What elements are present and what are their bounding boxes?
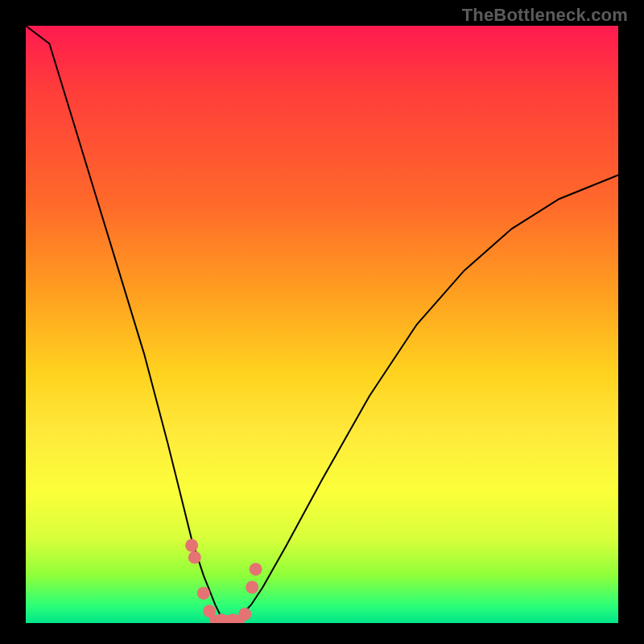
valley-marker-dot bbox=[246, 581, 258, 594]
valley-marker-dot bbox=[250, 563, 262, 576]
valley-marker-dot bbox=[197, 587, 210, 600]
chart-frame: TheBottleneck.com bbox=[0, 0, 644, 644]
bottleneck-curve bbox=[26, 26, 618, 623]
valley-marker-dot bbox=[238, 608, 251, 621]
valley-markers bbox=[185, 539, 262, 624]
plot-area bbox=[26, 26, 618, 623]
valley-marker-dot bbox=[185, 539, 198, 552]
watermark-text: TheBottleneck.com bbox=[462, 5, 628, 26]
valley-marker-dot bbox=[203, 605, 216, 617]
valley-marker-dot bbox=[188, 551, 201, 564]
curve-layer bbox=[26, 26, 618, 623]
